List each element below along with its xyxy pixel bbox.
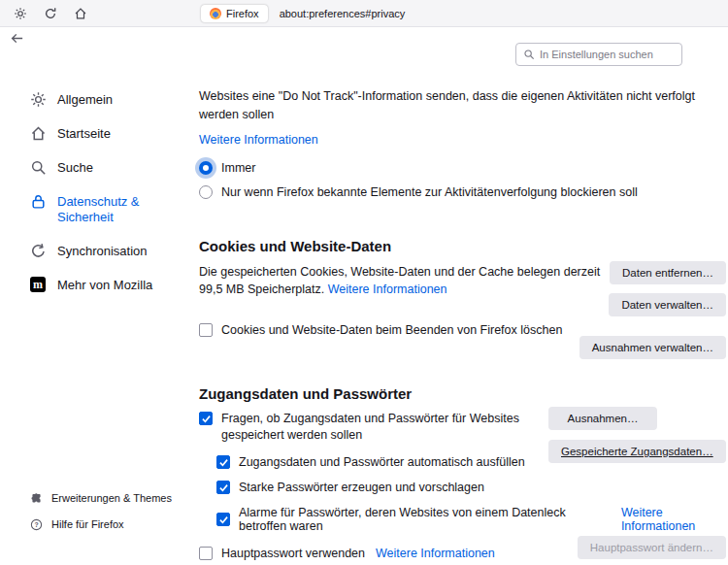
privacy-settings-panel: Websites eine "Do Not Track"-Information…	[199, 85, 728, 560]
master-password-learn-more-link[interactable]: Weitere Informationen	[376, 547, 495, 560]
sidebar-item-label: Suche	[57, 158, 93, 176]
help-icon: ?	[29, 517, 43, 531]
sidebar-item-datenschutz-sicherheit[interactable]: Datenschutz & Sicherheit	[29, 189, 189, 228]
clear-data-button[interactable]: Daten entfernen…	[610, 261, 726, 284]
radio-selected-icon[interactable]	[199, 161, 213, 175]
manage-exceptions-button[interactable]: Ausnahmen verwalten…	[579, 336, 726, 359]
saved-logins-button[interactable]: Gespeicherte Zugangsdaten…	[548, 440, 726, 463]
saved-logins-button-label: Gespeicherte Zugangsdaten…	[561, 446, 713, 457]
firefox-preferences-window: Firefox about:preferences#privacy Allgem…	[0, 0, 728, 565]
lock-icon	[29, 192, 47, 210]
search-icon	[29, 158, 47, 176]
radio-label: Nur wenn Firefox bekannte Elemente zur A…	[221, 185, 638, 199]
gear-icon	[29, 90, 47, 108]
cookies-heading: Cookies und Website-Daten	[199, 238, 728, 254]
login-exceptions-button[interactable]: Ausnahmen…	[548, 407, 657, 430]
dnt-option-always[interactable]: Immer	[199, 161, 728, 175]
sidebar-item-erweiterungen-themes[interactable]: Erweiterungen & Themes	[29, 491, 172, 505]
checkbox-label: Starke Passwörter erzeugen und vorschlag…	[239, 481, 484, 494]
sidebar-item-mehr-von-mozilla[interactable]: m Mehr von Mozilla	[29, 273, 189, 296]
settings-gear-icon[interactable]	[13, 6, 28, 21]
back-arrow-icon[interactable]	[10, 31, 24, 46]
settings-search-input[interactable]	[540, 49, 675, 60]
logins-section: Zugangsdaten und Passwörter Fragen, ob Z…	[199, 385, 728, 560]
manage-data-button[interactable]: Daten verwalten…	[609, 293, 726, 316]
checkbox-label: Hauptpasswort verwenden	[221, 547, 365, 560]
sync-icon	[29, 242, 47, 259]
cookies-description-block: Die gespeicherten Cookies, Website-Daten…	[199, 263, 614, 298]
sidebar-item-label: Allgemein	[57, 90, 113, 108]
home-icon	[29, 124, 47, 142]
sidebar-footer-label: Hilfe für Firefox	[51, 518, 124, 530]
checkbox-checked-icon[interactable]	[216, 481, 230, 494]
breach-learn-more-link[interactable]: Weitere Informationen	[621, 506, 728, 533]
sidebar-item-suche[interactable]: Suche	[29, 155, 189, 179]
logins-heading: Zugangsdaten und Passwörter	[199, 385, 728, 402]
dnt-description: Websites eine "Do Not Track"-Information…	[199, 87, 699, 124]
generate-passwords-checkbox[interactable]: Alarme für Passwörter, deren Websites vo…	[216, 481, 728, 494]
home-icon[interactable]	[73, 6, 88, 21]
puzzle-icon	[29, 491, 43, 505]
mozilla-icon: m	[29, 276, 47, 293]
cookies-learn-more-link[interactable]: Weitere Informationen	[328, 282, 447, 296]
checkbox-checked-icon[interactable]	[216, 455, 230, 469]
search-icon	[523, 49, 535, 60]
dnt-radio-group: Immer Nur wenn Firefox bekannte Elemente…	[199, 161, 728, 199]
checkbox-label: Alarme für Passwörter, deren Websites vo…	[239, 506, 611, 533]
firefox-logo-icon	[210, 8, 221, 19]
dnt-learn-more-link[interactable]: Weitere Informationen	[199, 133, 318, 147]
browser-chrome: Firefox about:preferences#privacy	[0, 0, 728, 27]
tab-title: Firefox	[226, 8, 259, 19]
dnt-option-only-when-blocking[interactable]: Nur wenn Firefox bekannte Elemente zur A…	[199, 185, 728, 199]
checkbox-label: Cookies und Website-Daten beim Beenden v…	[221, 323, 562, 337]
checkbox-label: Zugangsdaten und Passwörter automatisch …	[239, 455, 525, 469]
svg-text:?: ?	[34, 520, 38, 527]
change-master-password-button[interactable]: Hauptpasswort ändern…	[578, 536, 726, 559]
radio-unselected-icon[interactable]	[199, 185, 213, 199]
sidebar-item-hilfe[interactable]: ? Hilfe für Firefox	[29, 517, 172, 531]
radio-label: Immer	[221, 161, 255, 175]
browser-nav-icons	[13, 6, 88, 21]
sidebar-footer: Erweiterungen & Themes ? Hilfe für Firef…	[29, 491, 172, 531]
settings-search-box[interactable]	[515, 43, 682, 66]
delete-cookies-on-close-checkbox[interactable]: Cookies und Website-Daten beim Beenden v…	[199, 323, 728, 337]
sidebar-item-label: Synchronisation	[57, 242, 148, 259]
checkbox-unchecked-icon[interactable]	[199, 547, 213, 560]
breach-alerts-checkbox[interactable]: Alarme für Passwörter, deren Websites vo…	[216, 506, 728, 533]
cookies-section: Cookies und Website-Daten Die gespeicher…	[199, 238, 728, 337]
browser-tab[interactable]: Firefox	[201, 5, 268, 22]
reload-icon[interactable]	[43, 6, 58, 21]
url-bar-text[interactable]: about:preferences#privacy	[280, 8, 406, 19]
checkbox-label: Fragen, ob Zugangsdaten und Passwörter f…	[221, 411, 563, 444]
sidebar-item-label: Mehr von Mozilla	[57, 276, 152, 293]
settings-sidebar: Allgemein Startseite Suche Datenschutz &…	[29, 87, 189, 307]
sidebar-item-label: Startseite	[57, 124, 111, 142]
sidebar-item-label: Datenschutz & Sicherheit	[57, 192, 166, 225]
sidebar-item-synchronisation[interactable]: Synchronisation	[29, 239, 189, 262]
sidebar-item-startseite[interactable]: Startseite	[29, 121, 189, 145]
checkbox-checked-icon[interactable]	[216, 513, 230, 526]
checkbox-checked-icon[interactable]	[199, 412, 213, 425]
sidebar-footer-label: Erweiterungen & Themes	[51, 492, 172, 504]
checkbox-unchecked-icon[interactable]	[199, 323, 213, 337]
sidebar-item-allgemein[interactable]: Allgemein	[29, 87, 189, 111]
